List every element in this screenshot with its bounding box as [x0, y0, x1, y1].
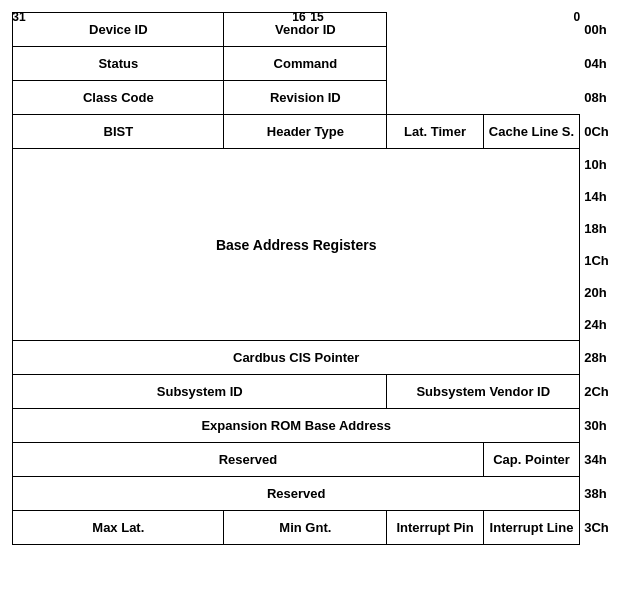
bit-16-label: 16 — [292, 10, 305, 24]
offset-1ch: 1Ch — [582, 244, 609, 276]
offset-10h: 10h — [582, 148, 609, 180]
bit-31-label: 31 — [12, 10, 25, 24]
offset-2ch: 2Ch — [582, 374, 609, 408]
offset-04h: 04h — [582, 46, 609, 80]
max-lat-cell: Max Lat. — [13, 511, 224, 545]
table-row: Reserved — [13, 477, 580, 511]
offset-column: 00h 04h 08h 0Ch 10h 14h 18h 1Ch 20h 24h … — [582, 12, 609, 545]
offset-00h: 00h — [582, 12, 609, 46]
subsystem-id-cell: Subsystem ID — [13, 375, 387, 409]
table-row: Cardbus CIS Pointer — [13, 341, 580, 375]
offset-14h: 14h — [582, 180, 609, 212]
pci-diagram: 31 16 15 0 Device ID Vendor ID Status Co… — [12, 10, 609, 545]
subsystem-vendor-id-cell: Subsystem Vendor ID — [387, 375, 580, 409]
offset-34h: 34h — [582, 442, 609, 476]
table-row: Class Code Revision ID — [13, 81, 580, 115]
cache-line-cell: Cache Line S. — [483, 115, 579, 149]
offset-20h: 20h — [582, 276, 609, 308]
bit-0-label: 0 — [574, 10, 581, 24]
reserved-38h-cell: Reserved — [13, 477, 580, 511]
device-id-cell: Device ID — [13, 13, 224, 47]
offset-08h: 08h — [582, 80, 609, 114]
offset-28h: 28h — [582, 340, 609, 374]
cardbus-cis-cell: Cardbus CIS Pointer — [13, 341, 580, 375]
table-row: Base Address Registers — [13, 149, 580, 341]
command-cell: Command — [224, 47, 387, 81]
table-row: Subsystem ID Subsystem Vendor ID — [13, 375, 580, 409]
table-area: 31 16 15 0 Device ID Vendor ID Status Co… — [12, 10, 609, 545]
bit-15-label: 15 — [310, 10, 323, 24]
revision-id-cell: Revision ID — [224, 81, 387, 115]
offset-30h: 30h — [582, 408, 609, 442]
table-row: Reserved Cap. Pointer — [13, 443, 580, 477]
offset-24h: 24h — [582, 308, 609, 340]
bist-cell: BIST — [13, 115, 224, 149]
header-type-cell: Header Type — [224, 115, 387, 149]
reserved-34h-cell: Reserved — [13, 443, 484, 477]
table-row: Max Lat. Min Gnt. Interrupt Pin Interrup… — [13, 511, 580, 545]
expansion-rom-cell: Expansion ROM Base Address — [13, 409, 580, 443]
min-gnt-cell: Min Gnt. — [224, 511, 387, 545]
offset-3ch: 3Ch — [582, 510, 609, 544]
offset-0ch: 0Ch — [582, 114, 609, 148]
pci-config-table: Device ID Vendor ID Status Command Class… — [12, 12, 580, 545]
table-row: Status Command — [13, 47, 580, 81]
class-code-cell: Class Code — [13, 81, 224, 115]
status-cell: Status — [13, 47, 224, 81]
interrupt-pin-cell: Interrupt Pin — [387, 511, 483, 545]
offset-38h: 38h — [582, 476, 609, 510]
offset-18h: 18h — [582, 212, 609, 244]
cap-pointer-cell: Cap. Pointer — [483, 443, 579, 477]
lat-timer-cell: Lat. Timer — [387, 115, 483, 149]
bit-labels: 31 16 15 0 — [12, 10, 580, 12]
table-row: BIST Header Type Lat. Timer Cache Line S… — [13, 115, 580, 149]
bar-cell: Base Address Registers — [13, 149, 580, 341]
table-row: Expansion ROM Base Address — [13, 409, 580, 443]
interrupt-line-cell: Interrupt Line — [483, 511, 579, 545]
